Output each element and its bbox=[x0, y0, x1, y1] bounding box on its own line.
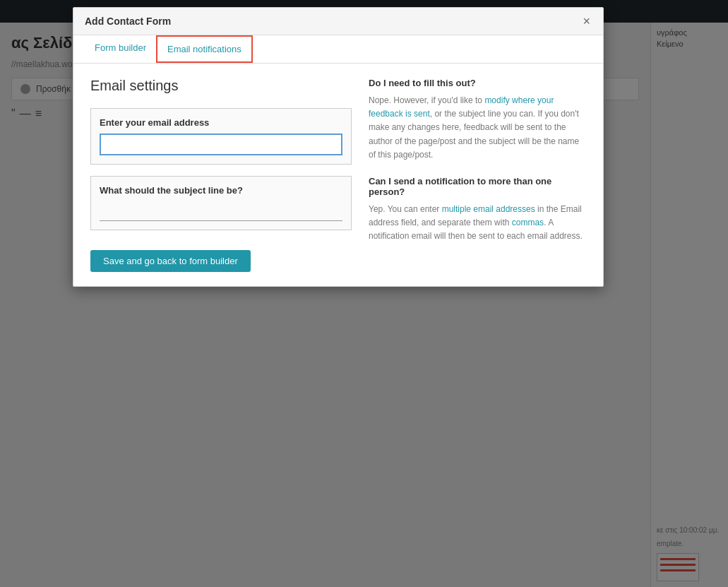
modal-header: Add Contact Form × bbox=[73, 8, 603, 35]
help-text-2: Yep. You can enter multiple email addres… bbox=[369, 203, 586, 244]
modal-tabs: Form builder Email notifications bbox=[73, 35, 603, 64]
email-label: Enter your email address bbox=[100, 117, 342, 128]
subject-input[interactable] bbox=[100, 201, 342, 221]
modal-close-button[interactable]: × bbox=[581, 15, 592, 28]
modal-title: Add Contact Form bbox=[85, 16, 171, 27]
section-title: Email settings bbox=[90, 78, 352, 94]
add-contact-form-modal: Add Contact Form × Form builder Email no… bbox=[73, 7, 604, 287]
help-question-2: Can I send a notification to more than o… bbox=[369, 176, 586, 197]
email-form-group: Enter your email address bbox=[90, 108, 352, 165]
help-section-2: Can I send a notification to more than o… bbox=[369, 176, 586, 244]
save-and-go-back-button[interactable]: Save and go back to form builder bbox=[90, 250, 251, 272]
help-text-1: Nope. However, if you'd like to modify w… bbox=[369, 94, 586, 162]
subject-label: What should the subject line be? bbox=[100, 185, 342, 196]
modal-body: Email settings Enter your email address … bbox=[73, 64, 603, 286]
help-question-1: Do I need to fill this out? bbox=[369, 78, 586, 88]
tab-form-builder[interactable]: Form builder bbox=[85, 35, 156, 63]
right-column: Do I need to fill this out? Nope. Howeve… bbox=[369, 78, 586, 272]
tab-email-notifications[interactable]: Email notifications bbox=[156, 35, 253, 63]
help-section-1: Do I need to fill this out? Nope. Howeve… bbox=[369, 78, 586, 162]
left-column: Email settings Enter your email address … bbox=[90, 78, 352, 272]
email-input[interactable] bbox=[100, 134, 342, 155]
subject-form-group: What should the subject line be? bbox=[90, 176, 352, 230]
